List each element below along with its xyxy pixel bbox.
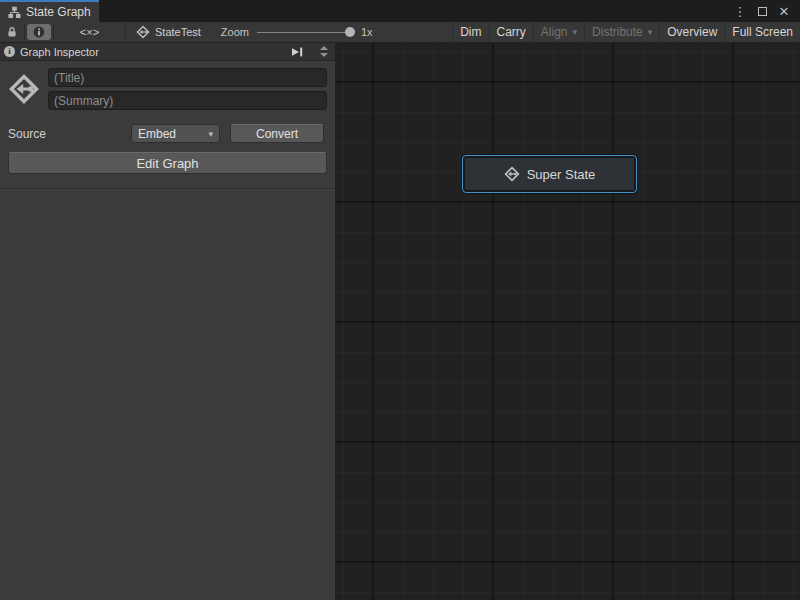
toolbar-right-group: Dim Carry Align ▾ Distribute ▾ Overview [452,22,800,42]
source-label: Source [8,127,131,141]
graph-title-input[interactable] [48,68,327,87]
edit-graph-button[interactable]: Edit Graph [8,152,327,174]
chevron-down-icon: ▾ [573,27,578,37]
maximize-box-glyph [758,7,767,16]
graph-meta-section [0,61,335,116]
overview-button[interactable]: Overview [660,22,724,42]
lock-button[interactable] [0,22,24,42]
full-screen-button[interactable]: Full Screen [725,22,800,42]
scroll-down-icon[interactable] [320,53,328,57]
lock-icon [6,26,18,38]
inspector-empty-area [0,190,335,600]
dim-button[interactable]: Dim [453,22,488,42]
convert-button[interactable]: Convert [230,124,324,143]
align-button-label: Align [541,25,568,39]
info-icon: i [4,46,15,57]
inspector-toggle-button[interactable] [27,24,51,40]
zoom-slider[interactable] [257,26,353,38]
main-area: i Graph Inspector [0,43,800,600]
align-dropdown-button[interactable]: Align ▾ [534,22,584,42]
dock-inspector-button[interactable] [287,45,307,59]
graph-meta-fields [48,68,327,110]
carry-button[interactable]: Carry [490,22,533,42]
tab-bar: State Graph ⋮ ✕ [0,0,800,22]
toolbar-separator [24,22,25,42]
source-dropdown-value: Embed [138,127,203,141]
graph-canvas[interactable]: Super State [336,43,800,600]
graph-summary-input[interactable] [48,91,327,110]
source-row: Source Embed ▾ Convert [0,116,335,143]
panel-scroll-arrows[interactable] [314,43,331,60]
maximize-icon[interactable] [754,2,770,22]
distribute-dropdown-button[interactable]: Distribute ▾ [585,22,659,42]
state-machine-icon [136,25,150,39]
zoom-value: 1x [361,26,373,38]
chevron-down-icon: ▾ [648,27,653,37]
graph-hierarchy-icon [8,6,21,19]
close-icon[interactable]: ✕ [776,2,792,22]
zoom-slider-handle[interactable] [345,27,355,37]
graph-toolbar: <×> StateTest Zoom 1x [0,22,800,43]
full-screen-button-label: Full Screen [732,25,793,39]
dim-button-label: Dim [460,25,481,39]
tab-label: State Graph [26,5,91,19]
code-view-button[interactable]: <×> [54,22,125,42]
tab-state-graph[interactable]: State Graph [0,0,99,22]
convert-button-label: Convert [256,127,298,141]
scroll-up-icon[interactable] [320,46,328,50]
carry-button-label: Carry [497,25,526,39]
graph-inspector-title: Graph Inspector [20,46,282,58]
zoom-label: Zoom [221,26,249,38]
node-label: Super State [527,167,596,182]
window-controls: ⋮ ✕ [724,2,800,22]
state-machine-icon [504,166,520,182]
source-dropdown[interactable]: Embed ▾ [131,124,220,143]
info-icon [33,26,45,38]
zoom-slider-track [257,32,353,33]
breadcrumb-label: StateTest [155,26,201,38]
state-graph-icon [6,73,42,105]
zoom-control: Zoom 1x [211,22,383,42]
edit-graph-button-label: Edit Graph [136,156,198,171]
code-icon: <×> [80,26,99,38]
window-menu-icon[interactable]: ⋮ [732,2,748,22]
state-graph-window: State Graph ⋮ ✕ [0,0,800,600]
node-super-state[interactable]: Super State [462,155,637,193]
graph-inspector-header: i Graph Inspector [0,43,335,61]
distribute-button-label: Distribute [592,25,643,39]
overview-button-label: Overview [667,25,717,39]
chevron-down-icon: ▾ [208,129,213,139]
graph-inspector-panel: i Graph Inspector [0,43,336,600]
breadcrumb-statetest[interactable]: StateTest [126,22,211,42]
